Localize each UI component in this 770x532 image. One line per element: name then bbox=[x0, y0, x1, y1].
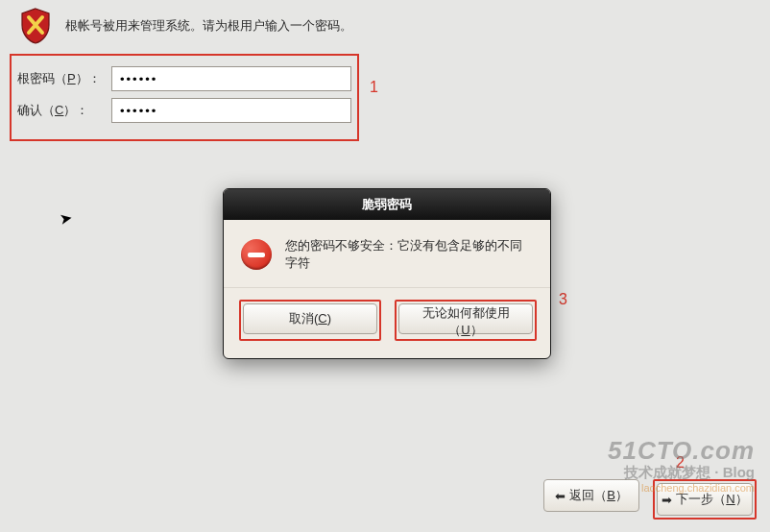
dialog-title: 脆弱密码 bbox=[224, 189, 550, 220]
confirm-password-row: 确认（C）： bbox=[17, 98, 351, 123]
confirm-password-input[interactable] bbox=[111, 98, 351, 123]
root-password-input[interactable] bbox=[111, 66, 351, 91]
dialog-button-row: 取消(C) 无论如何都使用（U） bbox=[224, 287, 550, 358]
root-password-row: 根密码（P）： bbox=[17, 66, 351, 91]
header-description-row: 根帐号被用来管理系统。请为根用户输入一个密码。 bbox=[19, 8, 352, 44]
arrow-left-icon: ⬅ bbox=[555, 489, 565, 503]
next-button-highlight: ➡ 下一步（N） bbox=[653, 479, 757, 520]
password-section: 根密码（P）： 确认（C）： bbox=[10, 54, 359, 141]
use-anyway-highlight: 无论如何都使用（U） bbox=[395, 300, 537, 341]
cancel-button-highlight: 取消(C) bbox=[239, 300, 381, 341]
next-button[interactable]: ➡ 下一步（N） bbox=[657, 483, 753, 516]
shield-icon bbox=[19, 8, 52, 44]
dialog-body: 您的密码不够安全：它没有包含足够的不同字符 bbox=[224, 220, 550, 281]
cursor-icon: ➤ bbox=[58, 208, 73, 229]
cancel-button[interactable]: 取消(C) bbox=[243, 303, 377, 334]
header-description: 根帐号被用来管理系统。请为根用户输入一个密码。 bbox=[65, 17, 352, 35]
root-password-label: 根密码（P）： bbox=[17, 70, 106, 87]
back-button[interactable]: ⬅ 返回（B） bbox=[543, 479, 639, 512]
use-anyway-button[interactable]: 无论如何都使用（U） bbox=[398, 303, 533, 334]
dialog-message: 您的密码不够安全：它没有包含足够的不同字符 bbox=[285, 237, 533, 272]
annotation-3: 3 bbox=[559, 291, 567, 308]
error-icon bbox=[241, 239, 272, 270]
wizard-nav-buttons: ⬅ 返回（B） ➡ 下一步（N） bbox=[543, 479, 757, 520]
annotation-2: 2 bbox=[676, 454, 685, 472]
arrow-right-icon: ➡ bbox=[662, 493, 672, 507]
weak-password-dialog: 脆弱密码 您的密码不够安全：它没有包含足够的不同字符 取消(C) 无论如何都使用… bbox=[223, 188, 551, 359]
annotation-1: 1 bbox=[370, 79, 378, 96]
confirm-password-label: 确认（C）： bbox=[17, 102, 106, 119]
